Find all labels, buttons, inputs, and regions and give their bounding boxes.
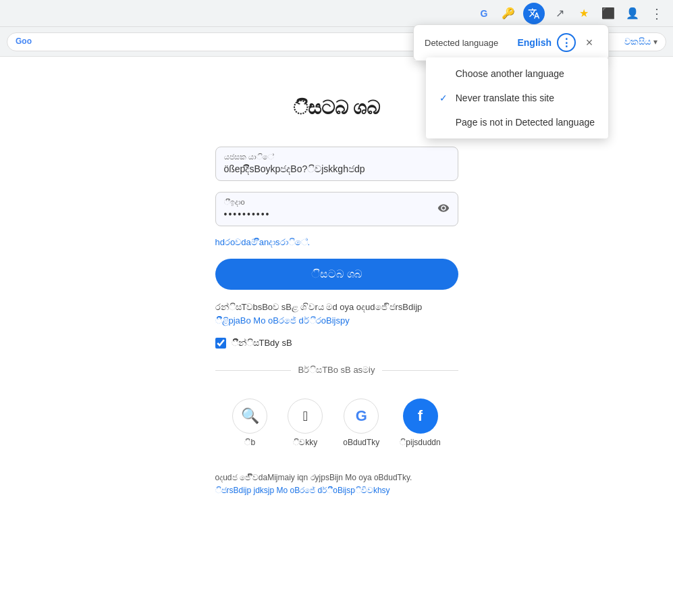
social-icons-row: 🔍 ිb  ිවkky G oBdudTky f ිpijsduddn (215, 399, 458, 447)
divider-text: Bර්ිසTBo sB asමiy (298, 365, 375, 376)
google-g-icon: Goo (16, 36, 26, 47)
share-icon[interactable]: ↗ (550, 4, 569, 23)
password-field-group: ීීඉදාo (215, 192, 458, 226)
remember-me-checkbox[interactable] (215, 338, 226, 349)
window-icon[interactable]: ⬛ (599, 4, 618, 23)
translate-dropdown-menu: Choose another language ✓ Never translat… (426, 57, 608, 138)
username-field-group: යජසක යාිේ (215, 147, 458, 181)
apple-label: ිවkky (293, 438, 317, 447)
username-label: යජසක යාිේ (224, 153, 450, 161)
username-input[interactable] (224, 164, 450, 175)
apple-icon-circle:  (288, 399, 323, 434)
chevron-icon: ▾ (653, 37, 657, 47)
address-right: වකසිය ▾ (624, 36, 657, 47)
popup-more-btn[interactable]: ⋮ (557, 33, 576, 52)
signup-text: රන්ිසTවbsBoව sBළ ශ ිවrය මd oya oදudජේ ිජ… (215, 301, 458, 327)
dropdown-not-in-language[interactable]: Page is not in Detected language (426, 110, 608, 134)
signup-link[interactable]: ිීීළිpjaBo Mo oBරජේ dර්ීරoBijspy (215, 315, 350, 326)
divider-right (382, 370, 458, 371)
more-icon[interactable]: ⋮ (647, 4, 666, 23)
dropdown-never-translate[interactable]: ✓ Never translate this site (426, 86, 608, 110)
translate-popup: Detected language English ⋮ × Choose ano… (413, 24, 609, 61)
social-icon-search[interactable]: 🔍 ිb (232, 399, 267, 447)
social-icon-facebook[interactable]: f ිpijsduddn (400, 399, 440, 447)
profile-icon[interactable]: 👤 (623, 4, 642, 23)
google-icon[interactable]: G (475, 4, 493, 23)
password-label: ීීඉදාo (224, 198, 450, 207)
divider-left (215, 370, 292, 371)
bottom-text: oදudජ ජේ ීීිවdaMijmaiy iqn රyjpsBijn Mo … (215, 471, 458, 497)
google-label: oBdudTky (343, 438, 379, 447)
browser-toolbar: G 🔑 ↗ ★ ⬛ 👤 ⋮ Detected language English … (0, 0, 673, 27)
google-icon-circle: G (344, 399, 379, 434)
signin-button[interactable]: ිසටබ ශබ (215, 259, 458, 290)
sinhala-right-text: වකසිය (624, 36, 651, 47)
popup-close-btn[interactable]: × (581, 34, 597, 51)
form-container: යජසක යාිේ ීීඉදාo hdරoවdaම් ීීanදාsරාිේ. … (215, 147, 458, 497)
password-toggle-icon[interactable] (437, 202, 450, 217)
search-label: ිb (244, 438, 255, 447)
social-icon-apple[interactable]:  ිවkky (288, 399, 323, 447)
search-icon-circle: 🔍 (232, 399, 267, 434)
page-title: ිසටබ ශබ (293, 97, 381, 120)
divider-row: Bර්ිසTBo sB asමiy (215, 365, 458, 376)
password-icon[interactable]: 🔑 (499, 4, 518, 23)
facebook-icon-circle: f (403, 399, 438, 434)
bottom-link[interactable]: ිජrsBdijp jdksjp Mo oBරජේ dර්ීීoBijspිවි… (215, 486, 390, 495)
remember-me-label: ිීීන්ිසTBdy sB (232, 338, 292, 349)
translate-icon-btn[interactable] (523, 3, 545, 24)
translate-popup-header: Detected language English ⋮ × (414, 25, 608, 61)
english-tab[interactable]: English (517, 37, 551, 48)
remember-me-row: ිීීන්ිසTBdy sB (215, 338, 458, 349)
checkmark-never: ✓ (439, 93, 449, 103)
dropdown-choose-language[interactable]: Choose another language (426, 61, 608, 86)
forgot-password-link[interactable]: hdරoවdaම් ීීanදාsරාිේ. (215, 237, 458, 248)
password-input[interactable] (224, 209, 450, 220)
detected-lang-label: Detected language (425, 38, 512, 48)
facebook-label: ිpijsduddn (400, 438, 440, 447)
bookmark-icon[interactable]: ★ (574, 4, 593, 23)
social-icon-google[interactable]: G oBdudTky (343, 399, 379, 447)
